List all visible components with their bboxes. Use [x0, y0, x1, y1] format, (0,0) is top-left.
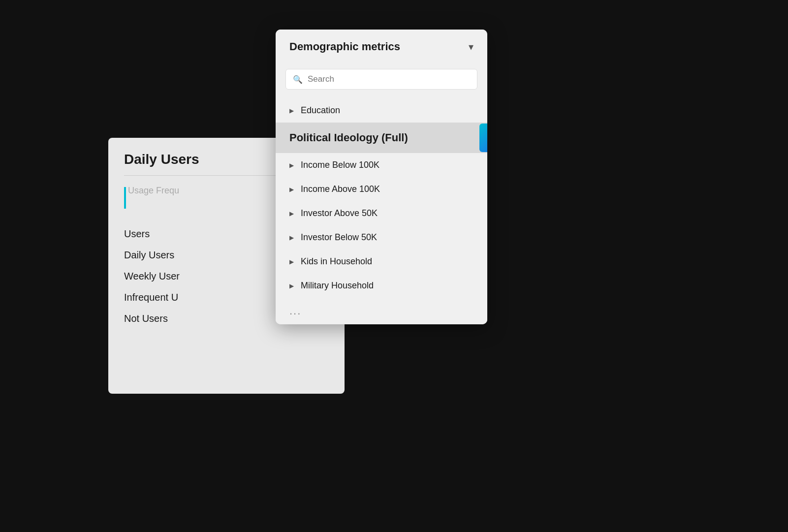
arrow-icon: ▶: [289, 234, 294, 241]
dropdown-title: Demographic metrics: [289, 40, 400, 53]
chevron-down-icon: ▾: [469, 41, 473, 53]
dropdown-item-investor-above-50k[interactable]: ▶ Investor Above 50K: [276, 201, 487, 225]
item-label: Military Household: [301, 281, 374, 291]
search-icon: 🔍: [293, 75, 303, 84]
dropdown-item-investor-below-50k[interactable]: ▶ Investor Below 50K: [276, 225, 487, 250]
dropdown-item-political-ideology[interactable]: Political Ideology (Full) ✓: [276, 123, 487, 153]
arrow-icon: ▶: [289, 186, 294, 193]
panel-subtitle: Usage Frequ: [128, 186, 179, 196]
dropdown-header[interactable]: Demographic metrics ▾: [276, 30, 487, 64]
dropdown-item-education[interactable]: ▶ Education: [276, 98, 487, 123]
checkmark-button[interactable]: ✓: [479, 124, 487, 152]
item-label: Income Below 100K: [301, 160, 379, 170]
search-box: 🔍: [285, 69, 477, 90]
item-label: Investor Above 50K: [301, 208, 378, 219]
arrow-icon: ▶: [289, 210, 294, 217]
item-label: Investor Below 50K: [301, 232, 377, 243]
arrow-icon: ▶: [289, 258, 294, 265]
dropdown-item-kids-in-household[interactable]: ▶ Kids in Household: [276, 250, 487, 274]
arrow-icon: ▶: [289, 162, 294, 169]
dropdown-panel: Demographic metrics ▾ 🔍 ▶ Education Poli…: [276, 30, 487, 324]
item-label: Education: [301, 105, 340, 116]
arrow-icon: ▶: [289, 282, 294, 289]
item-label: Income Above 100K: [301, 184, 380, 194]
search-container: 🔍: [276, 64, 487, 98]
search-input[interactable]: [308, 74, 470, 84]
ellipsis-indicator: ...: [276, 298, 487, 324]
dropdown-item-income-above-100k[interactable]: ▶ Income Above 100K: [276, 177, 487, 201]
dropdown-item-income-below-100k[interactable]: ▶ Income Below 100K: [276, 153, 487, 177]
dropdown-list: ▶ Education Political Ideology (Full) ✓ …: [276, 98, 487, 324]
arrow-icon: ▶: [289, 107, 294, 114]
cyan-accent-bar: [124, 187, 126, 209]
item-label: Kids in Household: [301, 256, 372, 267]
item-label: Political Ideology (Full): [289, 131, 408, 144]
dropdown-item-military-household[interactable]: ▶ Military Household: [276, 274, 487, 298]
